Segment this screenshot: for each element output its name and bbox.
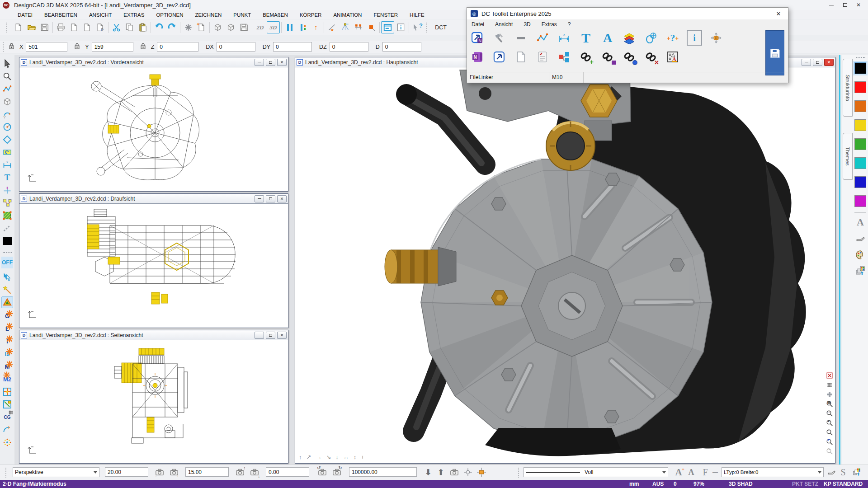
step-up-button[interactable]: ⬆ (435, 467, 447, 478)
flowchart-icon[interactable] (557, 49, 572, 65)
delete-view-button[interactable] (825, 371, 835, 380)
redo-button[interactable] (165, 21, 179, 33)
page-setup-button[interactable] (80, 21, 94, 33)
open-external-icon[interactable] (491, 49, 507, 65)
set-point-button[interactable] (182, 21, 195, 33)
nav-export-icon[interactable]: N (470, 30, 485, 46)
minimize-button[interactable] (825, 0, 838, 9)
save-file-button[interactable] (38, 21, 51, 33)
layers-stack-icon[interactable] (622, 30, 637, 46)
color-swatch-magenta[interactable] (854, 195, 866, 207)
snap-intersect-tool[interactable]: I (1, 335, 13, 347)
text-size-up-button[interactable]: A+ (672, 467, 685, 478)
toolkit-save-panel[interactable] (765, 30, 784, 75)
menu-ansicht[interactable]: ANSICHT (83, 12, 118, 18)
node-edit-tool[interactable] (1, 197, 13, 209)
y-input[interactable] (92, 42, 133, 52)
text-style-icon[interactable]: A (665, 49, 680, 65)
color-swatch-blue[interactable] (854, 176, 866, 188)
checklist-icon[interactable] (535, 49, 550, 65)
info-framed-icon[interactable]: i (687, 30, 702, 46)
snap-plane-tool[interactable] (1, 399, 13, 410)
status-zoom[interactable]: 97% (693, 481, 704, 487)
step-down-button[interactable]: ⬇ (422, 467, 434, 478)
toolkit-menu-help[interactable]: ? (568, 21, 571, 28)
point-array-tool[interactable] (1, 436, 13, 448)
direction-arrow[interactable]: ↘ (326, 454, 331, 460)
cut-button[interactable] (110, 21, 123, 33)
lock-x-icon[interactable] (8, 42, 15, 51)
print-preview-button[interactable] (67, 21, 80, 33)
direction-arrow[interactable]: ↑ (299, 454, 302, 460)
camera-down-button[interactable]: ↓ (249, 467, 260, 478)
mode-3d-button[interactable]: 3D (267, 21, 280, 33)
toolkit-menu-datei[interactable]: Datei (472, 21, 484, 28)
text-a-icon[interactable]: A (600, 30, 615, 46)
crosshair-camera-button[interactable] (476, 467, 487, 478)
status-layer[interactable]: 0 (674, 481, 677, 487)
tools-hammer-icon[interactable] (491, 30, 507, 46)
menu-zeichnen[interactable]: ZEICHNEN (189, 12, 227, 18)
color-swatch-green[interactable] (854, 138, 866, 150)
viewport-top-titlebar[interactable]: D Landi_Verdamper_3D_rev2.dcd : Draufsic… (19, 194, 288, 204)
menu-koerper[interactable]: KÖRPER (294, 12, 328, 18)
tab-strukturinfo[interactable]: Strukturinfo (843, 59, 853, 117)
dimension-icon[interactable]: x (557, 30, 572, 46)
color-swatch-orange[interactable] (854, 100, 866, 112)
snap-off-toggle[interactable]: OFF (1, 257, 13, 268)
menu-bemassen[interactable]: BEMAßEN (257, 12, 294, 18)
viewport-front-titlebar[interactable]: D Landi_Verdamper_3D_rev2.dcd : Vorderan… (19, 57, 288, 67)
color-swatch-cyan[interactable] (854, 157, 866, 169)
print-button[interactable] (54, 21, 67, 33)
hand-select-button[interactable] (826, 467, 837, 478)
lock-z-icon[interactable] (140, 42, 146, 51)
menu-animation[interactable]: ANIMATION (327, 12, 368, 18)
viewport-restore-button[interactable] (266, 332, 275, 339)
grid-toggle-button[interactable] (825, 380, 835, 389)
tab-themes[interactable]: Themes (843, 133, 853, 180)
layer-up-button[interactable] (851, 467, 863, 478)
paste-button[interactable] (136, 21, 149, 33)
linetype-tool[interactable] (1, 222, 13, 234)
lock-y-icon[interactable] (74, 42, 80, 51)
curve-tool[interactable]: ? (1, 108, 13, 120)
info-button[interactable]: i (394, 21, 407, 33)
direction-arrow[interactable]: ↓ (335, 454, 339, 460)
camera-left-button[interactable]: ← (154, 467, 165, 478)
menu-bearbeiten[interactable]: BEARBEITEN (38, 12, 83, 18)
line-width-button[interactable]: — (711, 467, 720, 478)
menu-fenster[interactable]: FENSTER (368, 12, 404, 18)
zoom-page-tool[interactable] (1, 70, 13, 82)
camera-right-button[interactable]: → (168, 467, 180, 478)
d-input[interactable] (382, 42, 421, 52)
direction-arrow[interactable]: → (316, 454, 321, 460)
blank-page-icon[interactable] (513, 49, 528, 65)
text-tool[interactable]: T (1, 172, 13, 183)
status-units[interactable]: mm (629, 481, 639, 487)
viewport-main-canvas[interactable]: ↑ ↗ → ↘ ↓ ↔ ↕ + (295, 67, 835, 463)
align-points-button[interactable] (296, 21, 309, 33)
dy-input[interactable] (273, 42, 312, 52)
camera-target-icon[interactable] (708, 30, 724, 46)
mode-2d-button[interactable]: 2D (254, 21, 267, 33)
hand-pointer-icon[interactable] (854, 232, 867, 245)
multi-select-tool[interactable] (1, 271, 13, 283)
zoom-in-button[interactable]: + (825, 418, 835, 427)
help-points-icon[interactable]: +?+ (665, 30, 680, 46)
snap-tangent-tool[interactable] (1, 424, 13, 436)
rotate-input[interactable] (266, 467, 309, 477)
revolve-tool-button[interactable] (224, 21, 237, 33)
toolbar-grip[interactable] (5, 468, 8, 478)
snap-line-tool[interactable]: L (1, 323, 13, 334)
snap-cg-tool[interactable]: CG (1, 411, 13, 423)
angle-tool-button[interactable] (326, 21, 339, 33)
color-swatch-yellow[interactable] (854, 119, 866, 131)
dct-button[interactable]: DCT (432, 21, 450, 33)
menu-optionen[interactable]: OPTIONEN (150, 12, 189, 18)
polyline-icon[interactable] (535, 30, 550, 46)
fov-input[interactable] (105, 467, 148, 477)
zoom-fit-button[interactable]: ▤ (825, 399, 835, 408)
palette-grip[interactable] (856, 57, 865, 58)
viewport-close-button[interactable]: ✕ (277, 195, 287, 202)
prism-tool-selected[interactable] (1, 296, 13, 308)
